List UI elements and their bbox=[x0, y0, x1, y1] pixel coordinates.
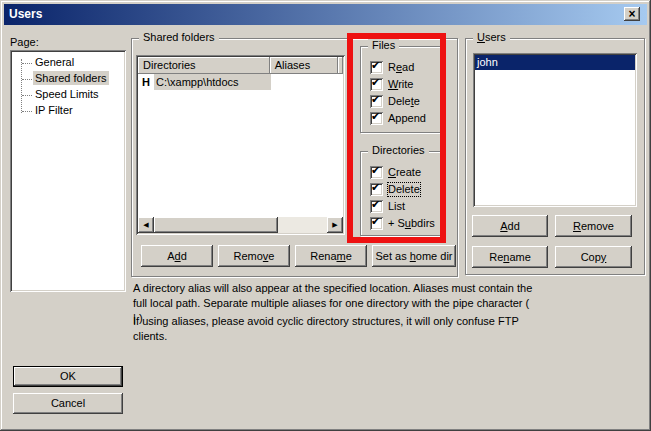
check-icon: ✔ bbox=[371, 181, 380, 194]
sidebar-item-shared-folders[interactable]: Shared folders bbox=[13, 71, 123, 87]
set-as-home-dir-button[interactable]: Set as home dir bbox=[372, 245, 456, 267]
close-button[interactable]: × bbox=[624, 7, 640, 21]
shared-folders-group-label: Shared folders bbox=[139, 31, 219, 44]
window-title: Users bbox=[9, 4, 42, 25]
checkbox-label-list: List bbox=[388, 200, 405, 213]
tree-item-label: IP Filter bbox=[33, 103, 75, 117]
check-icon: ✔ bbox=[371, 164, 380, 177]
users-dialog: Users × Page: General Shared folders Spe… bbox=[0, 0, 651, 431]
titlebar: Users × bbox=[4, 4, 647, 25]
checkbox-create[interactable]: ✔ bbox=[370, 166, 383, 179]
column-header-directories[interactable]: Directories bbox=[138, 57, 270, 74]
sidebar-item-general[interactable]: General bbox=[13, 55, 123, 71]
scroll-right-icon: ▶ bbox=[332, 221, 337, 228]
sidebar-item-speed-limits[interactable]: Speed Limits bbox=[13, 87, 123, 103]
scroll-right-button[interactable]: ▶ bbox=[327, 217, 343, 233]
checkbox-label-append: Append bbox=[388, 112, 426, 125]
checkbox-row-subdirs[interactable]: ✔ + Subdirs bbox=[370, 216, 435, 230]
checkbox-label-delete-file: Delete bbox=[388, 95, 420, 108]
check-icon: ✔ bbox=[371, 215, 380, 228]
cancel-button[interactable]: Cancel bbox=[13, 393, 123, 414]
rename-directory-button[interactable]: Rename bbox=[295, 245, 367, 267]
checkbox-row-read[interactable]: ✔ Read bbox=[370, 60, 414, 74]
cyclic-info-text: If using aliases, please avoid cyclic di… bbox=[133, 314, 533, 344]
checkbox-label-subdirs: + Subdirs bbox=[388, 217, 435, 230]
check-icon: ✔ bbox=[371, 110, 380, 123]
scrollbar-thumb[interactable] bbox=[154, 217, 278, 233]
checkbox-row-create[interactable]: ✔ Create bbox=[370, 165, 421, 179]
checkbox-write[interactable]: ✔ bbox=[370, 78, 383, 91]
list-header: Directories Aliases bbox=[138, 57, 343, 74]
files-group-label: Files bbox=[368, 39, 399, 52]
check-icon: ✔ bbox=[371, 59, 380, 72]
remove-user-button[interactable]: Remove bbox=[555, 215, 632, 237]
check-icon: ✔ bbox=[371, 76, 380, 89]
checkbox-list[interactable]: ✔ bbox=[370, 200, 383, 213]
copy-user-button[interactable]: Copy bbox=[555, 246, 632, 268]
tree-item-label: General bbox=[33, 55, 76, 69]
checkbox-label-read: Read bbox=[388, 61, 414, 74]
checkbox-row-delete-file[interactable]: ✔ Delete bbox=[370, 94, 420, 108]
sidebar-item-ip-filter[interactable]: IP Filter bbox=[13, 103, 123, 119]
add-directory-button[interactable]: Add bbox=[141, 245, 213, 267]
scroll-left-icon: ◀ bbox=[143, 221, 148, 228]
scroll-left-button[interactable]: ◀ bbox=[138, 217, 154, 233]
checkbox-label-write: Write bbox=[388, 78, 413, 91]
checkbox-read[interactable]: ✔ bbox=[370, 61, 383, 74]
tree-item-label: Speed Limits bbox=[33, 87, 101, 101]
checkbox-row-list[interactable]: ✔ List bbox=[370, 199, 405, 213]
directories-group-label: Directories bbox=[368, 144, 429, 157]
checkbox-label-create: Create bbox=[388, 166, 421, 179]
check-icon: ✔ bbox=[371, 198, 380, 211]
home-indicator: H bbox=[138, 74, 154, 90]
column-header-aliases[interactable]: Aliases bbox=[270, 57, 338, 74]
checkbox-delete-file[interactable]: ✔ bbox=[370, 95, 383, 108]
checkbox-row-delete-dir[interactable]: ✔ Delete bbox=[370, 182, 420, 196]
directory-row[interactable]: H C:\xampp\htdocs bbox=[138, 74, 271, 90]
directory-path: C:\xampp\htdocs bbox=[154, 74, 271, 90]
checkbox-append[interactable]: ✔ bbox=[370, 112, 383, 125]
checkbox-subdirs[interactable]: ✔ bbox=[370, 217, 383, 230]
tree-item-label-selected: Shared folders bbox=[33, 71, 109, 85]
checkbox-delete-dir[interactable]: ✔ bbox=[370, 183, 383, 196]
files-permissions-group: Files ✔ Read ✔ Write ✔ Delete ✔ Append bbox=[360, 46, 445, 133]
checkbox-label-delete-dir: Delete bbox=[388, 183, 420, 196]
column-header-filler bbox=[338, 57, 343, 74]
users-group-label: Users bbox=[473, 31, 510, 44]
close-icon: × bbox=[628, 7, 635, 21]
page-label: Page: bbox=[10, 36, 39, 48]
rename-user-button[interactable]: Rename bbox=[472, 246, 548, 268]
directories-listview[interactable]: Directories Aliases H C:\xampp\htdocs ◀ … bbox=[136, 55, 345, 235]
directories-permissions-group: Directories ✔ Create ✔ Delete ✔ List ✔ +… bbox=[360, 151, 445, 236]
page-tree[interactable]: General Shared folders Speed Limits IP F… bbox=[10, 50, 126, 292]
horizontal-scrollbar[interactable]: ◀ ▶ bbox=[138, 217, 343, 233]
users-listbox[interactable]: john bbox=[473, 53, 637, 207]
ok-button[interactable]: OK bbox=[13, 366, 123, 387]
remove-directory-button[interactable]: Remove bbox=[218, 245, 290, 267]
checkbox-row-write[interactable]: ✔ Write bbox=[370, 77, 413, 91]
checkbox-row-append[interactable]: ✔ Append bbox=[370, 111, 426, 125]
check-icon: ✔ bbox=[371, 93, 380, 106]
add-user-button[interactable]: Add bbox=[472, 215, 548, 237]
user-row-john[interactable]: john bbox=[475, 55, 635, 70]
